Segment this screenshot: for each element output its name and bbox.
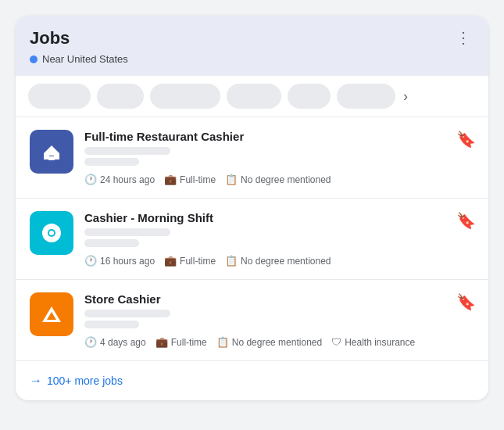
header: Jobs Near United States ⋮ xyxy=(16,16,488,76)
more-options-button[interactable]: ⋮ xyxy=(452,28,474,47)
location-label: Near United States xyxy=(30,53,128,65)
meta-edu-3: 📋 No degree mentioned xyxy=(216,336,322,348)
meta-type-3: 💼 Full-time xyxy=(155,336,207,348)
job-location-bar-3 xyxy=(84,321,139,328)
more-jobs-link[interactable]: → 100+ more jobs xyxy=(30,374,123,388)
job-meta-2: 🕐 16 hours ago 💼 Full-time 📋 No degree m… xyxy=(84,255,474,267)
diploma-icon-2: 📋 xyxy=(225,255,238,267)
location-dot xyxy=(30,56,38,63)
bookmark-button-2[interactable]: 🔖 xyxy=(456,211,476,230)
job-logo-3 xyxy=(30,292,73,336)
filter-pill-6[interactable] xyxy=(337,84,395,109)
meta-extra-3: 🛡 Health insurance xyxy=(331,336,415,348)
clock-icon-3: 🕐 xyxy=(84,336,97,348)
meta-edu-2: 📋 No degree mentioned xyxy=(225,255,331,267)
clock-icon-1: 🕐 xyxy=(84,174,97,185)
job-company-bar-3 xyxy=(84,310,170,317)
bookmark-button-3[interactable]: 🔖 xyxy=(456,292,476,311)
meta-time-3: 🕐 4 days ago xyxy=(84,336,146,348)
job-item-2[interactable]: Cashier - Morning Shift 🕐 16 hours ago 💼… xyxy=(16,199,488,280)
bookmark-button-1[interactable]: 🔖 xyxy=(456,130,476,149)
meta-edu-1: 📋 No degree mentioned xyxy=(225,174,331,185)
job-meta-1: 🕐 24 hours ago 💼 Full-time 📋 No degree m… xyxy=(84,174,474,185)
svg-rect-1 xyxy=(48,156,55,160)
header-left: Jobs Near United States xyxy=(30,28,128,65)
job-meta-3: 🕐 4 days ago 💼 Full-time 📋 No degree men… xyxy=(84,336,474,348)
filter-pill-5[interactable] xyxy=(288,84,331,109)
briefcase-icon-3: 💼 xyxy=(155,336,168,348)
job-item-1[interactable]: Full-time Restaurant Cashier 🕐 24 hours … xyxy=(16,117,488,199)
more-jobs-label: 100+ more jobs xyxy=(47,374,123,387)
clock-icon-2: 🕐 xyxy=(84,255,97,267)
filter-pill-1[interactable] xyxy=(28,84,91,109)
briefcase-icon-2: 💼 xyxy=(164,255,177,267)
diploma-icon-1: 📋 xyxy=(225,174,238,185)
location-text: Near United States xyxy=(42,53,128,65)
filter-pill-4[interactable] xyxy=(227,84,281,109)
briefcase-icon-1: 💼 xyxy=(164,174,177,185)
job-content-2: Cashier - Morning Shift 🕐 16 hours ago 💼… xyxy=(84,211,474,267)
job-item-3[interactable]: Store Cashier 🕐 4 days ago 💼 Full-time 📋… xyxy=(16,280,488,361)
shield-icon-3: 🛡 xyxy=(331,336,341,348)
meta-time-2: 🕐 16 hours ago xyxy=(84,255,155,267)
job-content-3: Store Cashier 🕐 4 days ago 💼 Full-time 📋… xyxy=(84,292,474,348)
more-jobs-row: → 100+ more jobs xyxy=(16,361,488,400)
job-title-2: Cashier - Morning Shift xyxy=(84,211,474,224)
job-company-bar-1 xyxy=(84,147,170,155)
job-title-1: Full-time Restaurant Cashier xyxy=(84,130,474,143)
jobs-card: Jobs Near United States ⋮ › xyxy=(16,16,488,400)
meta-time-1: 🕐 24 hours ago xyxy=(84,174,155,185)
job-logo-2 xyxy=(30,211,73,255)
filter-bar: › xyxy=(16,76,488,117)
filter-chevron-icon[interactable]: › xyxy=(403,88,408,105)
job-company-bar-2 xyxy=(84,228,170,236)
job-location-bar-2 xyxy=(84,239,139,247)
job-logo-1 xyxy=(30,130,73,174)
job-title-3: Store Cashier xyxy=(84,292,474,306)
job-content-1: Full-time Restaurant Cashier 🕐 24 hours … xyxy=(84,130,474,185)
diploma-icon-3: 📋 xyxy=(216,336,229,348)
meta-type-1: 💼 Full-time xyxy=(164,174,216,185)
svg-point-5 xyxy=(49,231,54,235)
filter-pill-3[interactable] xyxy=(150,84,220,109)
arrow-right-icon: → xyxy=(30,374,42,388)
job-list: Full-time Restaurant Cashier 🕐 24 hours … xyxy=(16,117,488,361)
meta-type-2: 💼 Full-time xyxy=(164,255,216,267)
page-title: Jobs xyxy=(30,28,128,48)
job-location-bar-1 xyxy=(84,158,139,166)
filter-pill-2[interactable] xyxy=(97,84,144,109)
